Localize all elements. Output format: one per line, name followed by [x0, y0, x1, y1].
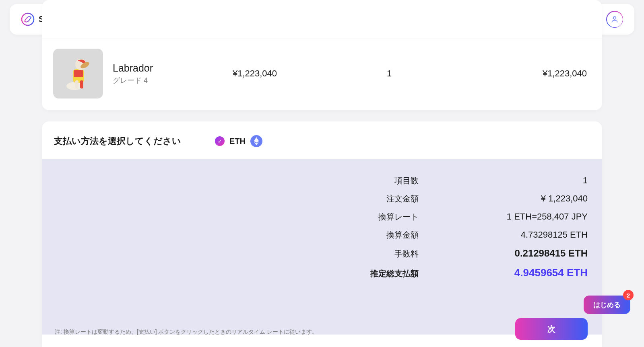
items-label: 項目数	[362, 175, 419, 186]
payment-title: 支払い方法を選択してください	[54, 135, 181, 147]
item-info: Labrador グレード 4	[53, 49, 188, 99]
payment-method-label: ETH	[229, 137, 246, 146]
summary-order-amount: 注文金額 ¥ 1,223,040	[56, 193, 588, 204]
next-button[interactable]: 次	[515, 318, 588, 340]
fee-label: 手数料	[362, 248, 419, 259]
summary-converted: 換算金額 4.73298125 ETH	[56, 230, 588, 240]
item-line-total: ¥1,223,040	[456, 68, 591, 79]
payment-method-eth[interactable]: ✓ ETH	[215, 135, 262, 147]
ethereum-icon	[250, 135, 262, 147]
item-quantity: 1	[322, 68, 456, 79]
converted-value: 4.73298125 ETH	[459, 230, 588, 240]
summary-total: 推定総支払額 4.9459654 ETH	[56, 267, 588, 279]
item-thumbnail[interactable]	[53, 49, 103, 99]
svg-rect-8	[75, 80, 78, 88]
fee-value: 0.21298415 ETH	[459, 248, 588, 259]
total-value: 4.9459654 ETH	[459, 267, 588, 279]
rate-note: 注: 換算レートは変動するため、[支払い] ボタンをクリックしたときのリアルタイ…	[55, 329, 318, 336]
summary-items: 項目数 1	[56, 175, 588, 186]
check-icon: ✓	[215, 136, 225, 146]
payment-header: 支払い方法を選択してください ✓ ETH	[42, 121, 602, 159]
cart-panel: Labrador グレード 4 ¥1,223,040 1 ¥1,223,040	[42, 0, 602, 110]
total-label: 推定総支払額	[362, 268, 419, 279]
summary-fee: 手数料 0.21298415 ETH	[56, 248, 588, 259]
converted-label: 換算金額	[362, 230, 419, 240]
payment-panel: 支払い方法を選択してください ✓ ETH 項目数 1 注文金額 ¥ 1,223,…	[42, 121, 602, 347]
items-value: 1	[459, 175, 588, 186]
item-unit-price: ¥1,223,040	[188, 68, 322, 79]
order-value: ¥ 1,223,040	[459, 193, 588, 204]
svg-rect-9	[80, 80, 83, 88]
item-grade: グレード 4	[113, 76, 153, 85]
start-button[interactable]: はじめる	[584, 296, 630, 314]
svg-point-3	[613, 16, 616, 19]
order-label: 注文金額	[362, 193, 419, 204]
logo-icon	[21, 12, 35, 26]
avatar[interactable]	[606, 11, 623, 28]
order-summary: 項目数 1 注文金額 ¥ 1,223,040 換算レート 1 ETH=258,4…	[42, 159, 602, 335]
rate-label: 換算レート	[362, 211, 419, 222]
cart-item-row: Labrador グレード 4 ¥1,223,040 1 ¥1,223,040	[42, 39, 602, 108]
summary-rate: 換算レート 1 ETH=258,407 JPY	[56, 211, 588, 222]
svg-point-0	[22, 13, 34, 25]
item-name: Labrador	[113, 62, 153, 74]
notification-badge[interactable]: 2	[623, 290, 634, 300]
svg-rect-6	[74, 70, 83, 77]
rate-value: 1 ETH=258,407 JPY	[459, 211, 588, 222]
user-icon	[607, 12, 623, 27]
